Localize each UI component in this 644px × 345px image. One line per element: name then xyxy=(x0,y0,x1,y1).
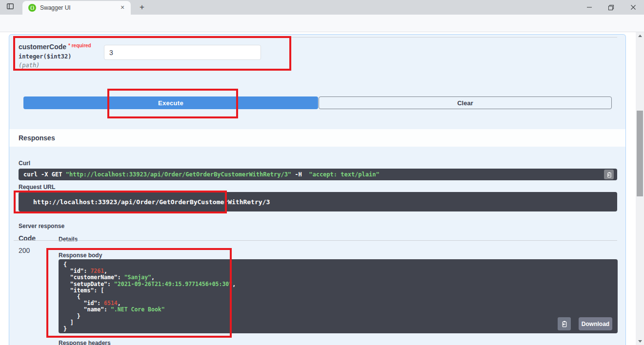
server-response-label: Server response xyxy=(19,223,64,230)
tab-title: Swagger UI xyxy=(40,4,118,11)
scrollbar-thumb[interactable] xyxy=(637,111,643,196)
response-headers-label: Response headers xyxy=(59,340,111,345)
browser-toolbar: localhost:33923/swagger/index.html xyxy=(0,15,644,32)
parameter-name: customerCode* required xyxy=(19,43,91,51)
curl-block: curl -X GET "http://localhost:33923/api/… xyxy=(19,169,617,180)
curl-copy-button[interactable] xyxy=(604,170,614,179)
responses-title: Responses xyxy=(19,134,55,142)
copy-clipboard-icon xyxy=(561,320,568,327)
execute-button[interactable]: Execute xyxy=(23,96,318,109)
vertical-scrollbar[interactable] xyxy=(636,32,644,345)
request-url-text: http://localhost:33923/api/Order/GetOrde… xyxy=(33,198,270,206)
browser-tab-swagger-ui[interactable]: {} Swagger UI × xyxy=(22,1,131,15)
download-button[interactable]: Download xyxy=(579,317,612,330)
close-tab-icon[interactable]: × xyxy=(118,3,127,12)
tab-actions-menu-button[interactable] xyxy=(4,2,17,12)
request-url-label: Request URL xyxy=(19,184,55,191)
restore-button[interactable] xyxy=(600,0,622,15)
vertical-tabs-icon xyxy=(6,2,14,12)
scrollbar-up-arrow[interactable] xyxy=(636,32,644,39)
curl-command-text: curl -X GET "http://localhost:33923/api/… xyxy=(23,171,380,178)
copy-clipboard-icon xyxy=(606,172,612,178)
parameter-type: integer($int32) xyxy=(19,53,71,60)
parameter-location: (path) xyxy=(19,62,40,69)
scrollbar-down-arrow[interactable] xyxy=(636,338,644,345)
required-badge: * required xyxy=(68,43,91,48)
new-tab-button[interactable]: + xyxy=(136,2,148,12)
response-body-label: Response body xyxy=(59,252,102,259)
browser-tab-strip: {} Swagger UI × + xyxy=(0,0,644,15)
page-content: customerCode* required integer($int32) (… xyxy=(0,32,644,345)
clear-button[interactable]: Clear xyxy=(319,96,612,109)
response-body-block: { "id": 7261, "customerName": "Sanjay", … xyxy=(59,259,618,333)
parameter-name-text: customerCode xyxy=(19,43,66,51)
curl-label: Curl xyxy=(19,160,30,167)
request-url-block: http://localhost:33923/api/Order/GetOrde… xyxy=(19,192,617,211)
responses-section-header: Responses xyxy=(9,129,625,147)
customer-code-input[interactable] xyxy=(104,45,261,60)
code-column-header: Code xyxy=(19,234,36,242)
window-controls xyxy=(578,0,644,15)
details-column-header: Details xyxy=(59,236,78,243)
parameters-divider xyxy=(19,37,617,38)
swagger-favicon: {} xyxy=(28,4,36,12)
response-copy-button[interactable] xyxy=(558,317,571,330)
status-code: 200 xyxy=(19,247,30,254)
close-window-button[interactable] xyxy=(622,0,644,15)
response-table-divider xyxy=(14,240,617,241)
minimize-button[interactable] xyxy=(578,0,600,15)
response-body-json: { "id": 7261, "customerName": "Sanjay", … xyxy=(63,262,613,332)
